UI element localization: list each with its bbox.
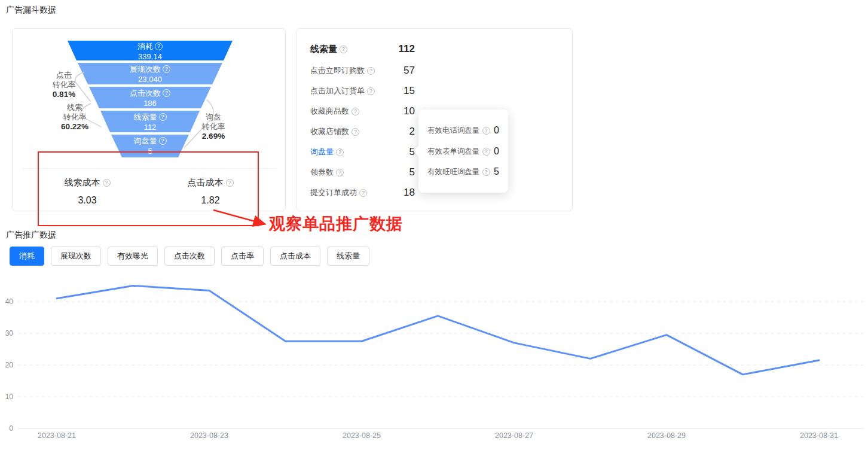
stat-row-orders-submitted: 提交订单成功? 18 bbox=[310, 187, 406, 199]
help-icon[interactable]: ? bbox=[163, 65, 170, 73]
lead-cost-metric: 线索成本? 3.03 bbox=[27, 177, 147, 206]
stat-label: 提交订单成功 bbox=[310, 187, 357, 198]
tab-leads[interactable]: 线索量 bbox=[327, 247, 369, 266]
stat-label: 点击立即订购数 bbox=[310, 65, 365, 76]
stat-value: 15 bbox=[373, 85, 415, 97]
stat-row-click-order-now: 点击立即订购数? 57 bbox=[310, 65, 406, 77]
ad-analytics-page: 广告漏斗数据 消耗? 339.14 展现次数? 23,040 点击次数? 186… bbox=[0, 0, 868, 450]
tooltip-row-wangwang: 有效旺旺询盘量? 5 bbox=[427, 166, 499, 178]
y-axis-tick-label: 20 bbox=[5, 361, 14, 369]
tooltip-value: 5 bbox=[494, 166, 499, 177]
stat-value: 57 bbox=[373, 65, 415, 77]
tooltip-label: 有效电话询盘量 bbox=[427, 126, 480, 136]
funnel-band-value: 339.14 bbox=[102, 52, 198, 61]
funnel-band-label: 消耗 bbox=[137, 42, 153, 51]
annotation-arrow bbox=[213, 210, 264, 224]
help-icon[interactable]: ? bbox=[155, 42, 163, 50]
help-icon[interactable]: ? bbox=[482, 127, 490, 135]
help-icon[interactable]: ? bbox=[352, 108, 359, 115]
funnel-section-title: 广告漏斗数据 bbox=[6, 5, 56, 16]
stat-row-inquiries: 询盘量? 5 bbox=[310, 146, 406, 158]
side-label-value: 0.81% bbox=[37, 90, 91, 99]
tab-click-cost[interactable]: 点击成本 bbox=[270, 247, 320, 266]
inquiry-breakdown-tooltip: 有效电话询盘量? 0 有效表单询盘量? 0 有效旺旺询盘量? 5 bbox=[418, 110, 508, 193]
tab-clicks[interactable]: 点击次数 bbox=[164, 247, 215, 266]
help-icon[interactable]: ? bbox=[482, 168, 490, 176]
funnel-band-value: 112 bbox=[102, 123, 198, 132]
consume-line-series bbox=[57, 286, 819, 375]
x-axis-tick-label: 2023-08-27 bbox=[495, 431, 533, 440]
x-axis-tick-label: 2023-08-25 bbox=[343, 431, 381, 440]
side-label-value: 2.69% bbox=[187, 132, 240, 141]
help-icon[interactable]: ? bbox=[482, 148, 490, 156]
funnel-label-consume: 消耗? 339.14 bbox=[102, 42, 198, 61]
side-label-line: 线索 bbox=[48, 103, 102, 113]
stat-value: 112 bbox=[373, 43, 415, 55]
promo-line-chart-svg: 0102030402023-08-212023-08-232023-08-252… bbox=[0, 273, 868, 450]
help-icon[interactable]: ? bbox=[163, 89, 170, 97]
divider bbox=[22, 168, 276, 169]
lead-conversion-rate: 线索 转化率 60.22% bbox=[48, 103, 102, 132]
y-axis-tick-label: 10 bbox=[5, 393, 14, 401]
funnel-band-value: 5 bbox=[102, 147, 198, 156]
help-icon[interactable]: ? bbox=[352, 128, 359, 136]
tooltip-value: 0 bbox=[494, 125, 499, 136]
help-icon[interactable]: ? bbox=[336, 169, 344, 177]
funnel-label-impressions: 展现次数? 23,040 bbox=[102, 65, 198, 84]
click-cost-value: 1.82 bbox=[151, 195, 270, 206]
help-icon[interactable]: ? bbox=[159, 137, 167, 145]
funnel-band-label: 点击次数 bbox=[130, 89, 161, 98]
stat-row-leads: 线索量? 112 bbox=[310, 43, 406, 55]
y-axis-tick-label: 0 bbox=[9, 424, 13, 433]
stat-row-coupons: 领券数? 5 bbox=[310, 166, 406, 178]
side-label-line: 转化率 bbox=[37, 80, 91, 90]
tooltip-label: 有效表单询盘量 bbox=[427, 147, 480, 157]
tab-effective-exposure[interactable]: 有效曝光 bbox=[108, 247, 158, 266]
funnel-band-label: 展现次数 bbox=[130, 65, 161, 74]
stat-value: 18 bbox=[373, 187, 415, 199]
funnel-band-value: 186 bbox=[102, 99, 198, 108]
tooltip-row-form: 有效表单询盘量? 0 bbox=[427, 145, 499, 157]
funnel-label-leads: 线索量? 112 bbox=[102, 113, 198, 132]
stat-value: 10 bbox=[373, 105, 415, 117]
help-icon[interactable]: ? bbox=[340, 45, 347, 53]
promo-section-title: 广告推广数据 bbox=[6, 230, 56, 241]
funnel-band-label: 询盘量 bbox=[134, 136, 157, 145]
side-label-line: 转化率 bbox=[187, 122, 240, 132]
stat-value: 2 bbox=[373, 126, 415, 138]
lead-cost-value: 3.03 bbox=[27, 195, 147, 206]
funnel-band-value: 23,040 bbox=[102, 75, 198, 84]
click-conversion-rate: 点击 转化率 0.81% bbox=[37, 71, 91, 99]
annotation-text: 观察单品推广数据 bbox=[269, 213, 403, 235]
stat-label-inquiries[interactable]: 询盘量 bbox=[310, 147, 334, 157]
tab-consume[interactable]: 消耗 bbox=[10, 247, 44, 266]
side-label-line: 询盘 bbox=[187, 113, 240, 122]
promo-line-chart: 0102030402023-08-212023-08-232023-08-252… bbox=[0, 273, 868, 450]
funnel-card: 消耗? 339.14 展现次数? 23,040 点击次数? 186 线索量? 1… bbox=[12, 28, 286, 211]
stat-label: 收藏店铺数 bbox=[310, 126, 349, 137]
x-axis-tick-label: 2023-08-21 bbox=[38, 431, 76, 440]
help-icon[interactable]: ? bbox=[336, 148, 344, 156]
tab-click-rate[interactable]: 点击率 bbox=[221, 247, 264, 266]
stat-value: 5 bbox=[373, 166, 415, 178]
side-label-line: 转化率 bbox=[48, 113, 102, 122]
help-icon[interactable]: ? bbox=[159, 113, 167, 121]
y-axis-tick-label: 30 bbox=[5, 329, 14, 338]
tooltip-value: 0 bbox=[494, 146, 499, 157]
tooltip-label: 有效旺旺询盘量 bbox=[427, 167, 480, 177]
click-cost-label: 点击成本 bbox=[188, 177, 224, 188]
help-icon[interactable]: ? bbox=[226, 179, 234, 187]
y-axis-tick-label: 40 bbox=[5, 297, 14, 306]
side-label-value: 60.22% bbox=[48, 122, 102, 132]
stat-label: 领券数 bbox=[310, 167, 334, 178]
x-axis-tick-label: 2023-08-23 bbox=[190, 431, 228, 440]
metric-tab-row: 消耗 展现次数 有效曝光 点击次数 点击率 点击成本 线索量 bbox=[10, 247, 369, 266]
stat-label: 点击加入订货单 bbox=[310, 86, 365, 96]
help-icon[interactable]: ? bbox=[103, 179, 111, 187]
lead-cost-label: 线索成本 bbox=[65, 177, 100, 188]
funnel-label-clicks: 点击次数? 186 bbox=[102, 89, 198, 108]
help-icon[interactable]: ? bbox=[359, 189, 367, 197]
click-cost-metric: 点击成本? 1.82 bbox=[151, 177, 270, 206]
tab-impressions[interactable]: 展现次数 bbox=[51, 247, 101, 266]
stat-row-add-to-order: 点击加入订货单? 15 bbox=[310, 85, 406, 97]
